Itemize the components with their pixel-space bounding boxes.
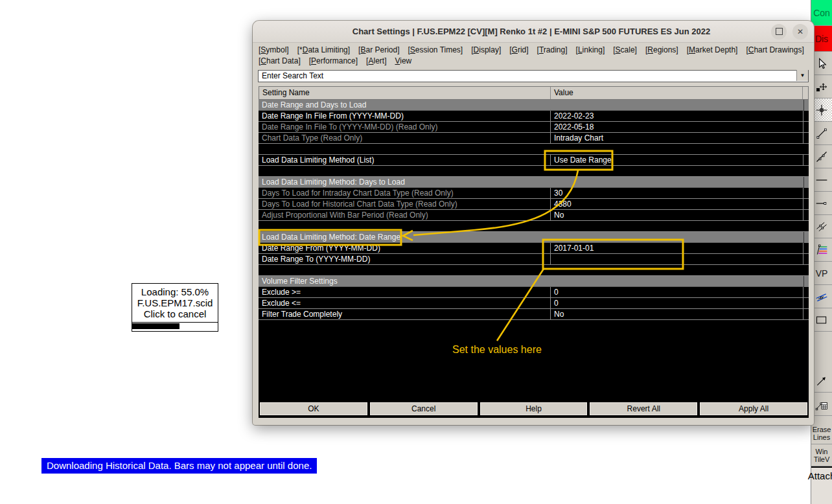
settings-row[interactable]: Date Range To (YYYY-MM-DD)	[259, 254, 809, 265]
channel-icon	[815, 290, 828, 303]
extended-line-icon	[815, 150, 828, 163]
menu-item[interactable]: [Alert]	[366, 56, 386, 67]
setting-value[interactable]	[551, 254, 803, 265]
pointer-tool-button[interactable]	[811, 52, 832, 75]
settings-row[interactable]: Exclude <=0	[259, 298, 809, 309]
chevron-down-icon: ▼	[800, 73, 805, 78]
menu-item[interactable]: [Display]	[471, 45, 501, 56]
cancel-button[interactable]: Cancel	[369, 402, 478, 416]
rectangle-icon	[815, 314, 828, 326]
settings-row[interactable]: Chart Data Type (Read Only)Intraday Char…	[259, 133, 809, 144]
revert-all-button[interactable]: Revert All	[589, 402, 698, 416]
horizontal-ray-icon	[815, 197, 828, 210]
setting-value[interactable]: 2022-05-18	[551, 122, 803, 133]
disconnect-button[interactable]: Dis	[811, 26, 832, 52]
apply-all-button[interactable]: Apply All	[699, 402, 808, 416]
arrow-line-icon	[815, 374, 828, 387]
setting-value[interactable]: No	[551, 309, 803, 320]
setting-value[interactable]: 4380	[551, 199, 803, 210]
maximize-button[interactable]	[771, 24, 787, 40]
menu-item[interactable]: [Performance]	[309, 56, 358, 67]
menu-item[interactable]: [Trading]	[537, 45, 568, 56]
section-row: Load Data Limiting Method: Days to Load	[259, 177, 809, 188]
row-edge	[803, 111, 809, 122]
crosshair-tool-button[interactable]	[811, 98, 832, 122]
close-button[interactable]: ✕	[792, 24, 808, 40]
measure-tool-button[interactable]	[811, 393, 832, 416]
menu-item[interactable]: [Symbol]	[259, 45, 289, 56]
loading-cancel-hint: Click to cancel	[132, 308, 218, 319]
connect-button[interactable]: Con	[811, 0, 832, 26]
setting-value[interactable]: 2022-02-23	[551, 111, 803, 122]
settings-row[interactable]: Adjust Proportional With Bar Period (Rea…	[259, 210, 809, 221]
download-status-banner: Downloading Historical Data. Bars may no…	[41, 458, 317, 474]
row-edge	[803, 133, 809, 144]
settings-row[interactable]: Load Data Limiting Method (List)Use Date…	[259, 155, 809, 166]
settings-row[interactable]: Days To Load for Intraday Chart Data Typ…	[259, 188, 809, 199]
menu-item[interactable]: [Regions]	[645, 45, 678, 56]
channel-tool-button[interactable]	[811, 285, 832, 308]
setting-label: Adjust Proportional With Bar Period (Rea…	[259, 210, 551, 221]
menu-item[interactable]: [Grid]	[509, 45, 528, 56]
settings-row[interactable]: Date Range In File From (YYYY-MM-DD)2022…	[259, 111, 809, 122]
section-label: Date Range and Days to Load	[259, 100, 803, 111]
settings-row[interactable]: Date Range In File To (YYYY-MM-DD) (Read…	[259, 122, 809, 133]
settings-table-body: Date Range and Days to LoadDate Range In…	[259, 100, 809, 320]
volume-profile-tool-button[interactable]: VP	[811, 262, 832, 285]
search-dropdown-button[interactable]: ▼	[796, 70, 808, 81]
hand-move-tool-button[interactable]	[811, 75, 832, 98]
settings-row[interactable]: Exclude >=0	[259, 287, 809, 298]
erase-lines-button[interactable]: EraseLines	[811, 422, 832, 444]
menu-item[interactable]: [Market Depth]	[687, 45, 738, 56]
setting-value[interactable]: 0	[551, 287, 803, 298]
row-edge	[803, 188, 809, 199]
setting-label: Date Range In File From (YYYY-MM-DD)	[259, 111, 551, 122]
setting-value[interactable]: 0	[551, 298, 803, 309]
row-edge	[803, 243, 809, 254]
trendline-tool-button[interactable]	[811, 122, 832, 145]
horizontal-line-tool-button[interactable]	[811, 168, 832, 192]
search-input[interactable]	[258, 70, 809, 82]
rectangle-tool-button[interactable]	[811, 308, 832, 332]
menu-row-1: [Symbol][*Data Limiting][Bar Period][Ses…	[259, 45, 814, 56]
row-edge	[803, 232, 809, 243]
settings-row[interactable]: Days To Load for Historical Chart Data T…	[259, 199, 809, 210]
setting-label: Load Data Limiting Method (List)	[259, 155, 551, 166]
row-edge	[803, 276, 809, 287]
section-row: Load Data Limiting Method: Date Range	[259, 232, 809, 243]
fibonacci-tool-button[interactable]	[811, 238, 832, 262]
setting-label: Chart Data Type (Read Only)	[259, 133, 551, 144]
menu-item[interactable]: [Session Times]	[408, 45, 463, 56]
menu-item[interactable]: [Linking]	[576, 45, 605, 56]
menu-item[interactable]: [Chart Data]	[259, 56, 301, 67]
menu-item[interactable]: [Chart Drawings]	[746, 45, 803, 56]
win-tilev-button[interactable]: WinTileV	[811, 444, 832, 466]
help-button[interactable]: Help	[480, 402, 588, 416]
attach-button[interactable]: Attach	[811, 466, 832, 504]
dialog-titlebar[interactable]: Chart Settings | F.US.EPM22 [CV][M] Renk…	[253, 21, 814, 43]
ok-button[interactable]: OK	[259, 402, 368, 416]
arrow-line-tool-button[interactable]	[811, 369, 832, 393]
progress-bar	[132, 322, 218, 331]
horizontal-ray-tool-button[interactable]	[811, 192, 832, 215]
search-combo: ▼	[258, 69, 809, 82]
setting-value[interactable]: 2017-01-01	[551, 243, 803, 254]
loading-progress-box[interactable]: Loading: 55.0% F.US.EPM17.scid Click to …	[132, 283, 218, 332]
menu-item[interactable]: [Scale]	[613, 45, 637, 56]
parallel-lines-tool-button[interactable]	[811, 215, 832, 238]
section-row: Volume Filter Settings	[259, 276, 809, 287]
menu-item[interactable]: [Bar Period]	[358, 45, 399, 56]
settings-table-filler	[259, 320, 809, 400]
crosshair-icon	[815, 104, 828, 117]
menu-item[interactable]: [*Data Limiting]	[297, 45, 350, 56]
setting-value[interactable]: Use Date Range	[551, 155, 803, 166]
setting-value[interactable]: No	[551, 210, 803, 221]
row-edge	[803, 155, 809, 166]
setting-label: Days To Load for Intraday Chart Data Typ…	[259, 188, 551, 199]
setting-value[interactable]: Intraday Chart	[551, 133, 803, 144]
menu-item[interactable]: View	[395, 56, 411, 67]
extended-line-tool-button[interactable]	[811, 145, 832, 168]
setting-value[interactable]: 30	[551, 188, 803, 199]
settings-row[interactable]: Date Range From (YYYY-MM-DD)2017-01-01	[259, 243, 809, 254]
settings-row[interactable]: Filter Trade CompletelyNo	[259, 309, 809, 320]
